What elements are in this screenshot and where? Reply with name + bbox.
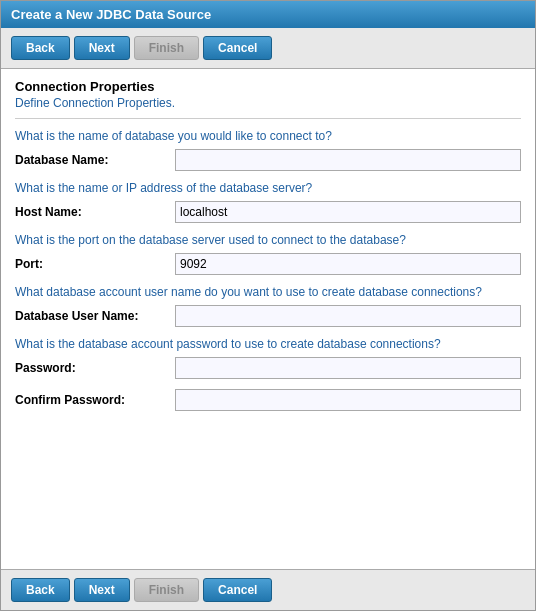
content-area: Connection Properties Define Connection … [1, 69, 535, 569]
next-button-top[interactable]: Next [74, 36, 130, 60]
back-button-bottom[interactable]: Back [11, 578, 70, 602]
field-row-user-name: Database User Name: [15, 305, 521, 327]
input-confirm-password[interactable] [175, 389, 521, 411]
question-port: What is the port on the database server … [15, 233, 521, 247]
question-user-name: What database account user name do you w… [15, 285, 521, 299]
label-host-name: Host Name: [15, 205, 175, 219]
section-description: Define Connection Properties. [15, 96, 521, 110]
question-host-name: What is the name or IP address of the da… [15, 181, 521, 195]
back-button-top[interactable]: Back [11, 36, 70, 60]
field-row-port: Port: [15, 253, 521, 275]
top-toolbar: Back Next Finish Cancel [1, 28, 535, 69]
input-host-name[interactable] [175, 201, 521, 223]
separator-top [15, 118, 521, 119]
finish-button-bottom: Finish [134, 578, 199, 602]
field-row-password: Password: [15, 357, 521, 379]
label-port: Port: [15, 257, 175, 271]
label-db-name: Database Name: [15, 153, 175, 167]
input-user-name[interactable] [175, 305, 521, 327]
section-header: Connection Properties [15, 79, 521, 94]
question-password: What is the database account password to… [15, 337, 521, 351]
field-row-host-name: Host Name: [15, 201, 521, 223]
next-button-bottom[interactable]: Next [74, 578, 130, 602]
input-password[interactable] [175, 357, 521, 379]
field-row-db-name: Database Name: [15, 149, 521, 171]
question-db-name: What is the name of database you would l… [15, 129, 521, 143]
main-window: Create a New JDBC Data Source Back Next … [0, 0, 536, 611]
input-port[interactable] [175, 253, 521, 275]
title-bar: Create a New JDBC Data Source [1, 1, 535, 28]
window-title: Create a New JDBC Data Source [11, 7, 211, 22]
finish-button-top: Finish [134, 36, 199, 60]
field-row-confirm-password: Confirm Password: [15, 389, 521, 411]
input-db-name[interactable] [175, 149, 521, 171]
label-user-name: Database User Name: [15, 309, 175, 323]
label-password: Password: [15, 361, 175, 375]
cancel-button-top[interactable]: Cancel [203, 36, 272, 60]
cancel-button-bottom[interactable]: Cancel [203, 578, 272, 602]
bottom-toolbar: Back Next Finish Cancel [1, 569, 535, 610]
label-confirm-password: Confirm Password: [15, 393, 175, 407]
